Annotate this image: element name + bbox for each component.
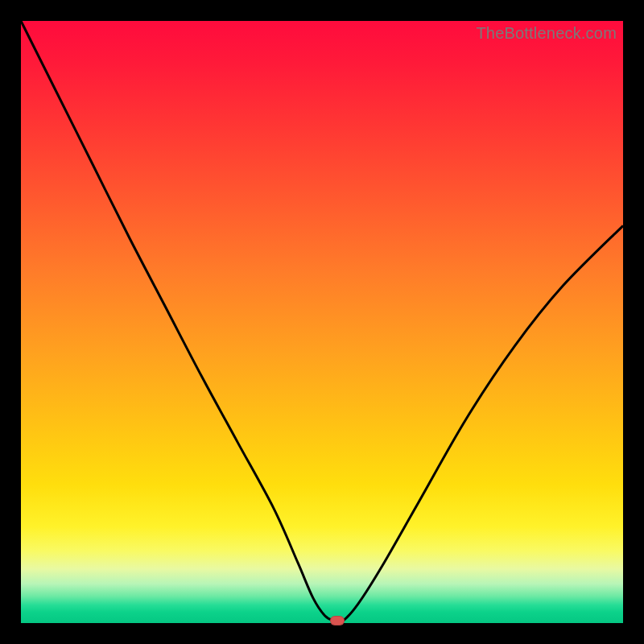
min-marker bbox=[330, 616, 345, 625]
curve-path bbox=[21, 21, 623, 622]
chart-frame: TheBottleneck.com bbox=[0, 0, 644, 644]
chart-plot-area: TheBottleneck.com bbox=[21, 21, 623, 623]
bottleneck-curve bbox=[21, 21, 623, 623]
